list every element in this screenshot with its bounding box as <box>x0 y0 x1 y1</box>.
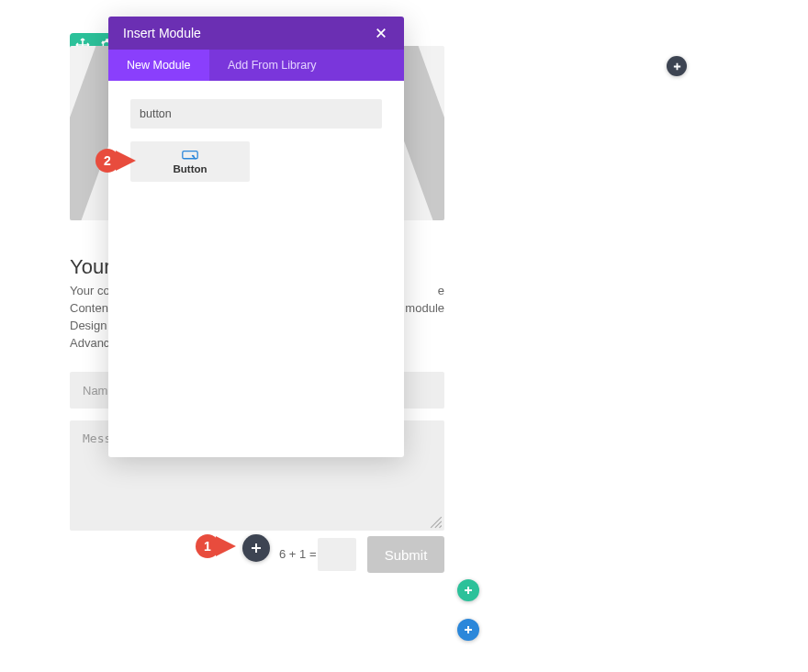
module-item-button[interactable]: Button <box>130 141 250 182</box>
add-element-button[interactable] <box>667 56 687 76</box>
desc-fragment: module <box>405 300 444 318</box>
add-section-button[interactable] <box>457 619 479 641</box>
submit-button[interactable]: Submit <box>367 536 444 573</box>
annotation-1: 1 <box>196 534 219 558</box>
module-item-label: Button <box>173 163 207 174</box>
modal-tabs: New Module Add From Library <box>108 50 404 81</box>
modal-title: Insert Module <box>123 26 201 40</box>
modal-body: Button <box>108 81 404 457</box>
annotation-number: 1 <box>204 539 211 554</box>
resize-handle-icon[interactable] <box>430 516 443 529</box>
tab-add-from-library[interactable]: Add From Library <box>209 50 404 81</box>
desc-fragment: Content <box>70 301 112 315</box>
captcha-label: 6 + 1 = <box>279 547 316 561</box>
close-icon[interactable] <box>373 25 389 41</box>
insert-module-modal: Insert Module New Module Add From Librar… <box>108 17 404 457</box>
modal-header: Insert Module <box>108 17 404 50</box>
add-module-button[interactable] <box>242 534 270 562</box>
add-row-button[interactable] <box>457 579 479 601</box>
annotation-number: 2 <box>104 153 111 168</box>
module-search-input[interactable] <box>130 99 382 129</box>
desc-fragment: Your cor <box>70 284 114 297</box>
button-module-icon <box>182 149 198 162</box>
svg-rect-0 <box>183 151 197 158</box>
tab-new-module[interactable]: New Module <box>108 50 209 81</box>
desc-fragment: e <box>438 283 444 300</box>
annotation-2: 2 <box>95 149 119 173</box>
captcha-input[interactable] <box>318 538 356 571</box>
